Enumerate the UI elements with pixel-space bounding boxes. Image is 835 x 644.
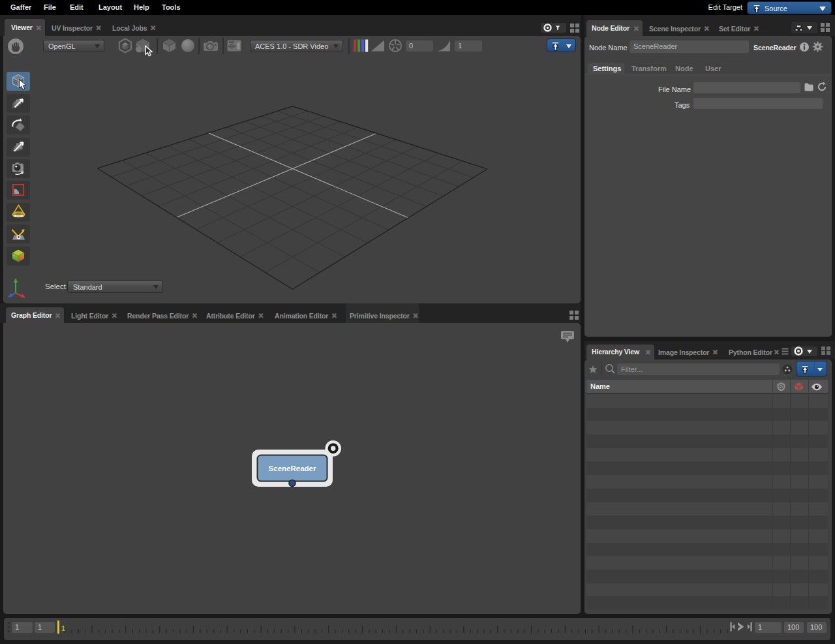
svg-text:SceneReader: SceneReader [269,465,316,472]
